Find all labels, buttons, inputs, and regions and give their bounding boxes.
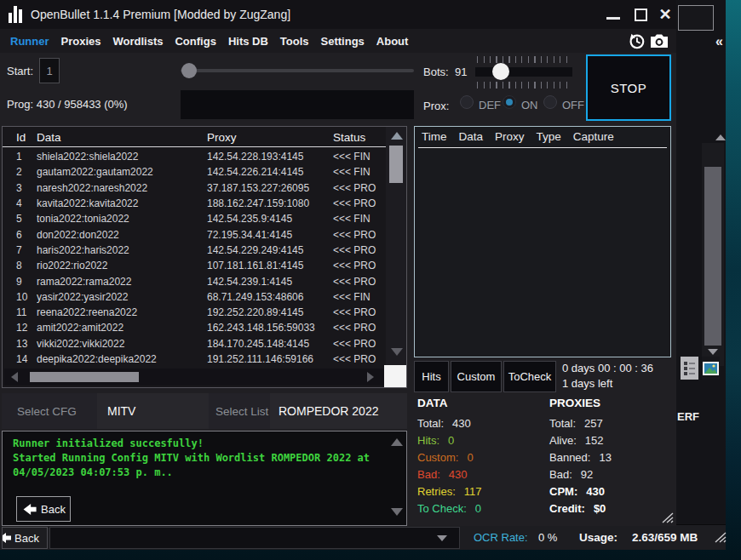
- menu-item-proxies[interactable]: Proxies: [61, 35, 101, 48]
- start-input[interactable]: [39, 58, 60, 83]
- progress-label: Prog: 430 / 958433 (0%): [7, 98, 128, 111]
- table-row[interactable]: 11reena2022:reena2022192.252.220.89:4145…: [3, 305, 386, 320]
- radio-on[interactable]: [503, 95, 516, 109]
- radio-on-label: ON: [521, 99, 538, 111]
- stat-value: 430: [452, 417, 471, 430]
- results-column-data[interactable]: Data: [459, 130, 484, 143]
- cell-id: 13: [3, 338, 37, 350]
- table-row[interactable]: 7haris2022:haris2022142.54.229.249:4145<…: [3, 243, 386, 258]
- vscrollbar-thumb[interactable]: [389, 146, 403, 183]
- results-column-capture[interactable]: Capture: [573, 130, 614, 143]
- menu-item-runner[interactable]: Runner: [10, 35, 49, 48]
- column-header-id[interactable]: Id: [3, 131, 37, 144]
- radio-off-label: OFF: [562, 99, 584, 111]
- table-row[interactable]: 3naresh2022:naresh202237.187.153.227:260…: [3, 180, 386, 196]
- cell-status: <<< FIN: [333, 166, 386, 178]
- stat-label: Bad:: [549, 468, 572, 481]
- log-scroll-down-icon[interactable]: [391, 508, 403, 516]
- hscrollbar-thumb[interactable]: [30, 372, 139, 382]
- table-row[interactable]: 2gautam2022:gautam2022142.54.226.214:414…: [3, 164, 386, 180]
- menu-item-wordlists[interactable]: Wordlists: [112, 35, 163, 48]
- select-cfg-button[interactable]: Select CFG: [2, 393, 97, 429]
- collapse-chevrons-icon[interactable]: «: [715, 34, 723, 49]
- resize-grip-icon[interactable]: [661, 512, 675, 523]
- cell-status: <<< PRO: [333, 338, 386, 350]
- table-vscrollbar[interactable]: [386, 127, 406, 367]
- table-rows: 1shiela2022:shiela2022142.54.228.193:414…: [3, 149, 386, 367]
- cell-status: <<< PRO: [333, 197, 386, 209]
- stat-value: 257: [584, 417, 603, 430]
- cell-data: reena2022:reena2022: [37, 306, 207, 318]
- stop-button[interactable]: STOP: [586, 54, 671, 121]
- camera-icon[interactable]: [649, 31, 669, 50]
- hits-button[interactable]: Hits: [414, 361, 449, 392]
- results-column-proxy[interactable]: Proxy: [495, 130, 525, 143]
- results-column-type[interactable]: Type: [537, 130, 561, 143]
- history-clock-icon[interactable]: [627, 31, 646, 50]
- start-slider-thumb[interactable]: [181, 63, 197, 78]
- bots-slider-thumb[interactable]: [492, 63, 509, 80]
- cell-proxy: 191.252.111.146:59166: [207, 353, 333, 365]
- list-view-icon[interactable]: [681, 357, 698, 380]
- log-scroll-up-icon[interactable]: [391, 438, 403, 446]
- tocheck-button[interactable]: ToCheck: [503, 361, 556, 392]
- table-row[interactable]: 1shiela2022:shiela2022142.54.228.193:414…: [3, 149, 386, 164]
- results-column-time[interactable]: Time: [422, 130, 447, 143]
- background-scrollbar-thumb[interactable]: [704, 167, 721, 346]
- cell-status: <<< PRO: [333, 276, 386, 288]
- start-label: Start:: [7, 65, 33, 77]
- column-header-data[interactable]: Data: [37, 131, 207, 144]
- openbullet-logo-icon: [9, 6, 24, 23]
- scroll-up-icon[interactable]: [391, 132, 403, 140]
- select-list-button[interactable]: Select List: [209, 393, 270, 429]
- menu-item-settings[interactable]: Settings: [321, 35, 365, 48]
- scroll-left-icon[interactable]: [11, 372, 18, 382]
- background-textbox: [678, 5, 714, 31]
- menu-bar-items: RunnerProxiesWordlistsConfigsHits DBTool…: [0, 29, 676, 53]
- scroll-down-icon[interactable]: [391, 348, 403, 356]
- cell-id: 3: [3, 182, 37, 194]
- menu-item-hits-db[interactable]: Hits DB: [228, 35, 268, 48]
- desktop-wallpaper: « ERF: [0, 0, 741, 560]
- scroll-right-icon[interactable]: [367, 372, 374, 382]
- cell-data: amit2022:amit2022: [37, 322, 207, 334]
- back-button[interactable]: Back: [16, 496, 71, 522]
- table-row[interactable]: 6don2022:don202272.195.34.41:4145<<< PRO: [3, 226, 386, 242]
- cell-data: rio2022:rio2022: [37, 260, 207, 271]
- custom-button[interactable]: Custom: [451, 361, 502, 392]
- table-row[interactable]: 4kavita2022:kavita2022188.162.247.159:10…: [3, 196, 386, 211]
- cell-proxy: 184.170.245.148:4145: [207, 338, 333, 350]
- back-arrow-icon: [2, 532, 11, 544]
- table-row[interactable]: 10yasir2022:yasir202268.71.249.153:48606…: [3, 289, 386, 305]
- back-button-label: Back: [41, 503, 66, 516]
- background-dropdown[interactable]: [49, 527, 460, 549]
- maximize-icon[interactable]: [635, 9, 647, 21]
- menu-item-about[interactable]: About: [376, 35, 409, 48]
- radio-off[interactable]: [543, 95, 557, 109]
- cell-proxy: 162.243.148.156:59033: [207, 322, 333, 334]
- table-row[interactable]: 5tonia2022:tonia2022142.54.235.9:4145<<<…: [3, 211, 386, 226]
- start-slider[interactable]: [181, 69, 414, 72]
- radio-def[interactable]: [460, 95, 474, 109]
- menu-item-tools[interactable]: Tools: [280, 35, 309, 48]
- resize-grip-icon[interactable]: [714, 532, 727, 543]
- bots-slider[interactable]: [475, 67, 572, 77]
- table-row[interactable]: 8rio2022:rio2022107.181.161.81:4145<<< P…: [3, 258, 386, 273]
- background-scroll-down-icon[interactable]: [708, 349, 718, 355]
- table-hscrollbar[interactable]: [4, 369, 384, 386]
- table-row[interactable]: 14deepika2022:deepika2022191.252.111.146…: [3, 351, 386, 367]
- stat-value: 430: [586, 485, 605, 498]
- image-view-icon[interactable]: [702, 357, 720, 380]
- cell-id: 7: [3, 244, 37, 256]
- menu-item-configs[interactable]: Configs: [175, 35, 215, 48]
- background-back-button[interactable]: Back: [2, 527, 48, 549]
- table-row[interactable]: 12amit2022:amit2022162.243.148.156:59033…: [3, 320, 386, 335]
- minimize-icon[interactable]: [606, 17, 620, 20]
- close-icon[interactable]: ✕: [656, 5, 675, 24]
- column-header-proxy[interactable]: Proxy: [207, 131, 333, 144]
- table-row[interactable]: 13vikki2022:vikki2022184.170.245.148:414…: [3, 336, 386, 351]
- chevron-up-icon[interactable]: [715, 134, 726, 140]
- stat-label: Bad:: [417, 468, 440, 481]
- background-text-fragment: ERF: [677, 410, 699, 423]
- table-row[interactable]: 9rama2022:rama2022142.54.239.1:4145<<< P…: [3, 273, 386, 289]
